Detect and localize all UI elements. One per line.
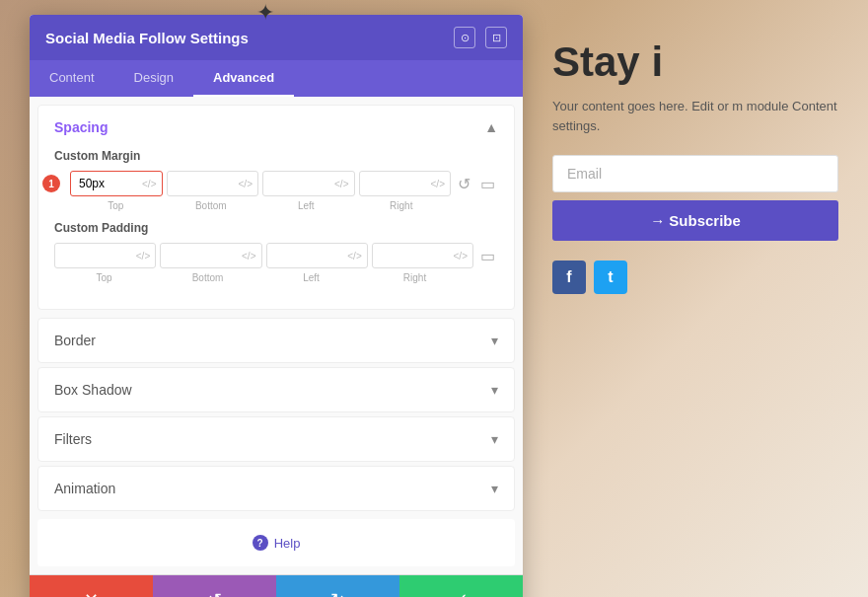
margin-right-label: Right xyxy=(356,200,448,211)
twitter-icon[interactable]: t xyxy=(594,261,627,294)
panel-tabs: Content Design Advanced xyxy=(30,60,523,97)
filters-title: Filters xyxy=(54,431,92,447)
border-chevron: ▾ xyxy=(491,333,498,348)
margin-labels: Top Bottom Left Right xyxy=(54,200,498,211)
animation-header[interactable]: Animation ▾ xyxy=(38,467,514,510)
padding-left-label: Left xyxy=(261,272,361,283)
padding-left-input-wrap: </> xyxy=(266,243,368,268)
padding-right-input[interactable] xyxy=(373,244,449,267)
padding-left-code-icon[interactable]: </> xyxy=(342,251,366,261)
tab-content[interactable]: Content xyxy=(30,60,114,97)
padding-top-label: Top xyxy=(54,272,154,283)
spacing-content: Custom Margin 1 </> </> xyxy=(38,149,514,309)
border-section: Border ▾ xyxy=(37,318,515,363)
margin-top-code-icon[interactable]: </> xyxy=(137,179,161,189)
border-title: Border xyxy=(54,333,96,348)
filters-section: Filters ▾ xyxy=(37,416,515,462)
help-circle-icon: ? xyxy=(253,535,268,551)
padding-right-code-icon[interactable]: </> xyxy=(449,251,472,261)
padding-input-row: </> </> </> </> ▭ xyxy=(54,243,498,268)
animation-title: Animation xyxy=(54,481,115,496)
padding-top-input-wrap: </> xyxy=(54,243,156,268)
box-shadow-chevron: ▾ xyxy=(491,382,498,398)
email-input[interactable]: Email xyxy=(552,155,838,192)
margin-top-label: Top xyxy=(54,200,162,211)
filters-header[interactable]: Filters ▾ xyxy=(38,417,514,461)
margin-left-label: Left xyxy=(260,200,352,211)
padding-top-code-icon[interactable]: </> xyxy=(131,251,155,261)
margin-badge: 1 xyxy=(42,175,60,192)
padding-top-input[interactable] xyxy=(55,244,131,267)
subscribe-button[interactable]: → Subscribe xyxy=(552,200,838,241)
help-link[interactable]: ? Help xyxy=(53,535,499,551)
padding-bottom-code-icon[interactable]: </> xyxy=(237,251,260,261)
panel-bottom-bar: ✕ ↺ ↻ ✓ xyxy=(30,574,523,597)
settings-panel: Social Media Follow Settings ⊙ ⊡ Content… xyxy=(30,15,523,597)
right-subtitle: Your content goes here. Edit or m module… xyxy=(552,97,848,135)
panel-body: Spacing ▲ Custom Margin 1 </> </ xyxy=(30,97,523,574)
padding-device-icon[interactable]: ▭ xyxy=(477,247,498,265)
filters-chevron: ▾ xyxy=(491,431,498,447)
margin-input-row: </> </> </> </> xyxy=(70,171,498,196)
undo-button[interactable]: ↺ xyxy=(153,575,276,597)
custom-padding-label: Custom Padding xyxy=(54,221,498,235)
margin-left-input[interactable] xyxy=(263,172,329,195)
animation-chevron: ▾ xyxy=(491,481,498,496)
facebook-icon[interactable]: f xyxy=(552,261,586,294)
panel-header-icons: ⊙ ⊡ xyxy=(454,27,507,48)
spacing-chevron: ▲ xyxy=(484,119,498,135)
help-label: Help xyxy=(274,536,301,551)
right-panel: ✛ Stay i Your content goes here. Edit or… xyxy=(533,20,868,314)
panel-title: Social Media Follow Settings xyxy=(45,30,249,46)
padding-right-label: Right xyxy=(365,272,465,283)
confirm-button[interactable]: ✓ xyxy=(399,575,523,597)
tab-advanced[interactable]: Advanced xyxy=(193,60,294,97)
tab-design[interactable]: Design xyxy=(114,60,193,97)
padding-bottom-input[interactable] xyxy=(161,244,237,267)
help-section: ? Help xyxy=(37,519,515,566)
margin-row-wrap: 1 </> </> </> xyxy=(54,171,498,196)
margin-right-input-wrap: </> xyxy=(359,171,452,196)
box-shadow-header[interactable]: Box Shadow ▾ xyxy=(38,368,514,411)
margin-top-input-wrap: </> xyxy=(70,171,163,196)
spacing-section: Spacing ▲ Custom Margin 1 </> </ xyxy=(37,105,515,310)
margin-reset-icon[interactable]: ↺ xyxy=(455,175,473,193)
social-icons-row: f t xyxy=(552,261,848,294)
spacing-header[interactable]: Spacing ▲ xyxy=(38,106,514,149)
margin-top-input[interactable] xyxy=(71,172,137,195)
padding-left-input[interactable] xyxy=(267,244,343,267)
spacing-title: Spacing xyxy=(54,119,108,135)
animation-section: Animation ▾ xyxy=(37,466,515,511)
border-header[interactable]: Border ▾ xyxy=(38,319,514,362)
margin-device-icon[interactable]: ▭ xyxy=(477,175,498,193)
panel-header: Social Media Follow Settings ⊙ ⊡ xyxy=(30,15,523,60)
padding-bottom-label: Bottom xyxy=(158,272,257,283)
margin-bottom-input-wrap: </> xyxy=(167,171,259,196)
padding-bottom-input-wrap: </> xyxy=(160,243,261,268)
expand-icon[interactable]: ⊡ xyxy=(485,27,507,48)
margin-bottom-code-icon[interactable]: </> xyxy=(234,179,257,189)
settings-icon[interactable]: ⊙ xyxy=(454,27,475,48)
margin-right-input[interactable] xyxy=(360,172,426,195)
redo-button[interactable]: ↻ xyxy=(276,575,399,597)
right-title: Stay i xyxy=(552,39,848,85)
box-shadow-title: Box Shadow xyxy=(54,382,132,398)
margin-right-code-icon[interactable]: </> xyxy=(426,179,450,189)
padding-right-input-wrap: </> xyxy=(372,243,473,268)
margin-bottom-label: Bottom xyxy=(166,200,257,211)
margin-bottom-input[interactable] xyxy=(168,172,234,195)
custom-margin-label: Custom Margin xyxy=(54,149,498,163)
box-shadow-section: Box Shadow ▾ xyxy=(37,367,515,412)
cancel-button[interactable]: ✕ xyxy=(30,575,153,597)
margin-left-code-icon[interactable]: </> xyxy=(329,179,353,189)
padding-labels: Top Bottom Left Right xyxy=(54,272,498,283)
margin-left-input-wrap: </> xyxy=(262,171,355,196)
